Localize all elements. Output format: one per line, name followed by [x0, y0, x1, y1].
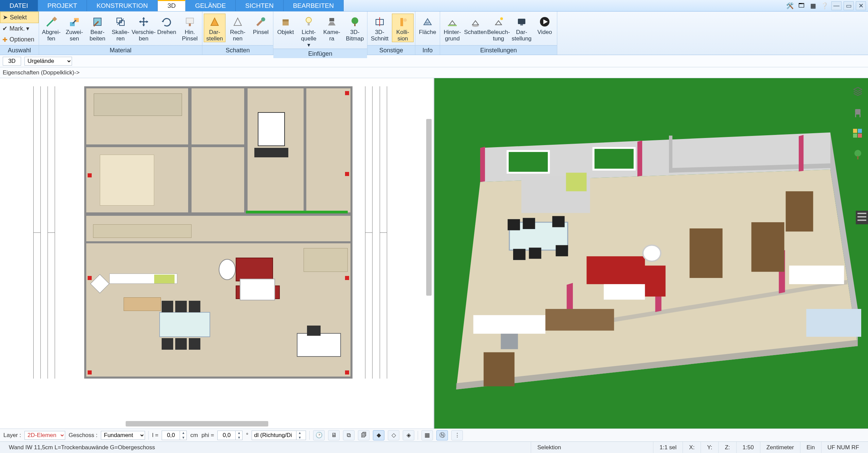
video-label: Video: [535, 29, 555, 42]
menu-tab-bearbeiten[interactable]: BEARBEITEN: [284, 0, 344, 11]
ribbon-verschieben-button[interactable]: Verschie- ben: [133, 14, 155, 42]
layer-a-icon[interactable]: ◆: [373, 430, 384, 440]
l-spin-down[interactable]: ▼: [180, 435, 186, 440]
tools-icon[interactable]: 🛠️: [785, 1, 795, 11]
palette-icon[interactable]: [851, 127, 864, 140]
layer-b-icon[interactable]: ◇: [388, 430, 399, 440]
floor-label: Geschoss :: [69, 432, 97, 439]
ribbon-schatten2-button[interactable]: Schatten: [465, 14, 486, 42]
dl-spin-down[interactable]: ▼: [296, 435, 303, 440]
menu-tab-sichten[interactable]: SICHTEN: [236, 0, 283, 11]
chair-icon[interactable]: [851, 106, 864, 119]
terrain-layer-select[interactable]: Urgelände: [24, 57, 72, 66]
l-spin-up[interactable]: ▲: [180, 431, 186, 435]
ribbon-3d-bitmap-button[interactable]: 3D- Bitmap: [344, 14, 366, 42]
tile-icon[interactable]: ▦: [808, 1, 818, 11]
ribbon-video-button[interactable]: Video: [534, 14, 556, 42]
ribbon-group-label-einfuegen: Einfügen: [273, 49, 367, 58]
ribbon-kamera-button[interactable]: Kame- ra: [321, 14, 343, 42]
menu-tab-3d[interactable]: 3D: [158, 0, 185, 11]
menu-tab-datei[interactable]: DATEI: [0, 0, 38, 11]
svg-rect-61: [556, 245, 568, 256]
svg-marker-42: [637, 140, 642, 176]
north-icon[interactable]: Ⓝ: [436, 430, 448, 440]
ribbon-lichtquelle-button[interactable]: Licht- quelle ▾: [298, 14, 320, 49]
beleuchtung-icon: [489, 15, 508, 29]
properties-hint-bar[interactable]: Eigenschaften (Doppelklick)->: [0, 67, 868, 78]
ribbon-kollision-button[interactable]: Kolli- sion: [392, 14, 414, 42]
chevron-down-icon: ▾: [26, 25, 29, 32]
select-mode-button[interactable]: ➤ Selekt: [0, 12, 39, 23]
ribbon-hin-pinsel-button[interactable]: Hin. Pinsel: [179, 14, 201, 42]
help-icon[interactable]: ❔: [820, 1, 829, 11]
ribbon-skalieren-button[interactable]: Skalie- ren: [110, 14, 131, 42]
svg-rect-78: [853, 134, 857, 138]
svg-rect-79: [858, 134, 862, 138]
mark-mode-button[interactable]: ✔ Mark. ▾: [0, 23, 39, 34]
svg-marker-9: [234, 18, 241, 25]
copy-layer-icon[interactable]: 🗐: [358, 430, 369, 440]
dl-input[interactable]: [252, 432, 296, 439]
phi-input-box[interactable]: ▲▼: [217, 431, 242, 440]
ribbon-darstellen-button[interactable]: Dar- stellen: [204, 14, 225, 42]
ribbon-flaeche-button[interactable]: m²Fläche: [417, 14, 438, 42]
layers-icon[interactable]: [851, 85, 864, 98]
ribbon-pinsel-button[interactable]: Pinsel: [250, 14, 272, 42]
ribbon-rechnen-button[interactable]: Rech- nen: [227, 14, 249, 42]
dual-window-icon[interactable]: ⧉: [343, 430, 355, 440]
ribbon-zuweisen-button[interactable]: Zuwei- sen: [64, 14, 85, 42]
dl-spin-up[interactable]: ▲: [296, 431, 303, 435]
phi-input[interactable]: [218, 432, 235, 439]
view-mode-input[interactable]: [5, 58, 19, 65]
layer-c-icon[interactable]: ◈: [403, 430, 414, 440]
ribbon-abgreifen-button[interactable]: Abgrei- fen: [40, 14, 62, 42]
plan-vertical-scrollbar[interactable]: [426, 119, 432, 296]
ribbon-drehen-button[interactable]: Drehen: [156, 14, 178, 42]
layer-label: Layer :: [3, 432, 21, 439]
svg-point-29: [500, 17, 503, 20]
svg-rect-72: [855, 109, 861, 113]
grid-icon[interactable]: ▦: [421, 430, 433, 440]
plan-2d-viewport[interactable]: [0, 78, 434, 429]
tree-icon[interactable]: [851, 148, 864, 161]
options-button[interactable]: ✚ Optionen: [0, 34, 39, 45]
restore-button[interactable]: ▭: [844, 1, 854, 10]
ribbon-beleuchtung-button[interactable]: Beleuch- tung: [488, 14, 509, 42]
lichtquelle-label: Licht- quelle ▾: [299, 29, 319, 48]
svg-rect-74: [855, 115, 856, 117]
monitor-icon[interactable]: 🖥: [328, 430, 340, 440]
ribbon-darstellung-button[interactable]: Dar- stellung: [511, 14, 532, 42]
floorplan-canvas[interactable]: [84, 86, 352, 379]
clock-icon[interactable]: 🕑: [313, 430, 325, 440]
svg-point-80: [854, 150, 861, 157]
menu-tab-gelaende[interactable]: GELÄNDE: [185, 0, 236, 11]
dl-input-box[interactable]: ▲▼: [252, 431, 306, 440]
l-input-box[interactable]: ▲▼: [162, 431, 187, 440]
hintergrund-icon: [442, 15, 462, 29]
svg-rect-25: [448, 25, 457, 26]
layer-select[interactable]: 2D-Elemen: [24, 431, 65, 440]
render-3d-viewport[interactable]: [434, 78, 868, 429]
ribbon-hintergrund-button[interactable]: Hinter- grund: [441, 14, 463, 42]
ribbon-bearbeiten-button[interactable]: Bear- beiten: [87, 14, 108, 42]
floor-select[interactable]: Fundament: [101, 431, 145, 440]
render-drag-handle[interactable]: [856, 211, 868, 224]
ribbon-3d-schnitt-button[interactable]: 3D- Schnitt: [369, 14, 391, 42]
minimize-button[interactable]: —: [831, 1, 842, 10]
phi-spin-down[interactable]: ▼: [236, 435, 242, 440]
phi-spin-up[interactable]: ▲: [236, 431, 242, 435]
ribbon-objekt-button[interactable]: Objekt: [275, 14, 296, 42]
menu-tab-konstruktion[interactable]: KONSTRUKTION: [87, 0, 158, 11]
view-mode-field[interactable]: [3, 57, 21, 66]
svg-marker-37: [669, 136, 672, 173]
svg-rect-54: [566, 173, 587, 191]
darstellung-label: Dar- stellung: [512, 29, 531, 42]
darstellen-icon: [205, 15, 224, 29]
close-button[interactable]: ✕: [856, 1, 866, 10]
more-icon[interactable]: ⋮: [451, 430, 463, 440]
svg-rect-52: [484, 352, 514, 386]
menu-tab-projekt[interactable]: PROJEKT: [38, 0, 87, 11]
plan-horizontal-scrollbar[interactable]: [126, 421, 268, 426]
l-input[interactable]: [162, 432, 180, 439]
window-icon[interactable]: 🗔: [797, 1, 806, 11]
